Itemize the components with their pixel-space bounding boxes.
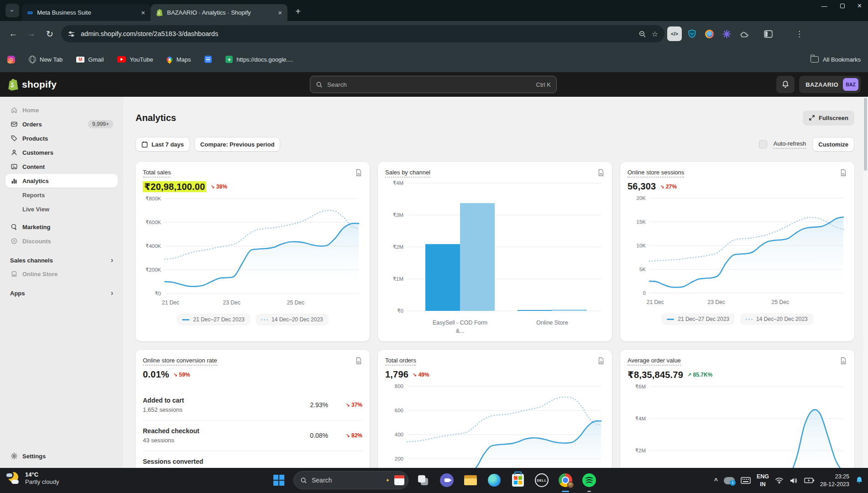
file-explorer-button[interactable] <box>461 471 480 489</box>
notifications-button[interactable] <box>776 76 795 93</box>
store-switcher[interactable]: BAZAARIO BAZ <box>799 76 861 93</box>
legend-item[interactable]: 14 Dec–20 Dec 2023 <box>740 313 813 325</box>
sidebar-item-marketing[interactable]: Marketing <box>5 220 118 234</box>
legend-item[interactable]: 14 Dec–20 Dec 2023 <box>256 314 329 325</box>
touch-keyboard-icon[interactable] <box>741 477 751 484</box>
start-button[interactable] <box>270 471 288 489</box>
card-title[interactable]: Total sales <box>143 169 171 178</box>
admin-search-bar[interactable]: Search Ctrl K <box>310 76 557 93</box>
report-icon[interactable] <box>355 357 362 365</box>
sidebar-item-content[interactable]: Content <box>5 160 118 173</box>
chat-button[interactable] <box>438 471 456 489</box>
task-view-button[interactable] <box>414 471 432 489</box>
browser-menu-icon[interactable]: ⋮ <box>794 29 805 39</box>
tab-search-button[interactable]: › <box>5 4 19 17</box>
volume-icon[interactable] <box>790 477 798 484</box>
sidebar-item-home[interactable]: Home <box>5 103 118 117</box>
bookmark-maps[interactable]: Maps <box>167 56 191 63</box>
spotify-button[interactable] <box>580 471 598 489</box>
close-tab-icon[interactable]: × <box>140 9 146 16</box>
tray-overflow-chevron[interactable]: ^ <box>714 477 718 484</box>
tab-shopify-analytics[interactable]: BAZAARIO · Analytics · Shopify × <box>151 4 288 21</box>
notification-bell-icon[interactable] <box>855 476 863 485</box>
card-title[interactable]: Total orders <box>385 357 416 366</box>
report-icon[interactable] <box>840 169 847 177</box>
minimize-window-button[interactable]: — <box>821 3 827 10</box>
report-icon[interactable] <box>355 169 362 177</box>
taskbar-weather-widget[interactable]: 14°C Partly cloudy <box>5 471 59 486</box>
battery-charging-icon[interactable] <box>804 477 814 483</box>
date-range-button[interactable]: Last 7 days <box>136 137 190 152</box>
report-icon[interactable] <box>597 357 605 365</box>
card-title[interactable]: Online store conversion rate <box>143 357 217 366</box>
svg-text:20K: 20K <box>637 195 646 201</box>
customize-button[interactable]: Customize <box>812 137 854 152</box>
sidebar-item-orders[interactable]: Orders 9,999+ <box>5 117 118 131</box>
sidebar-item-online-store[interactable]: Online Store <box>5 267 118 281</box>
profile-avatar[interactable] <box>778 26 793 41</box>
report-icon[interactable] <box>840 357 847 365</box>
close-window-button[interactable]: × <box>858 2 862 10</box>
auto-refresh-checkbox[interactable] <box>759 140 767 148</box>
partly-cloudy-night-icon <box>5 471 21 486</box>
shopify-logo[interactable]: shopify <box>7 78 57 91</box>
scrollbar-thumb[interactable] <box>864 98 867 171</box>
sidebar-item-settings[interactable]: Settings <box>5 449 118 463</box>
sidebar-item-customers[interactable]: Customers <box>5 146 118 159</box>
microsoft-store-button[interactable] <box>509 471 527 489</box>
sidebar-section-apps[interactable]: Apps › <box>5 286 118 300</box>
fullscreen-button[interactable]: Fullscreen <box>803 110 854 125</box>
wifi-icon[interactable] <box>775 477 784 484</box>
card-title[interactable]: Average order value <box>627 357 681 366</box>
sidebar-item-analytics[interactable]: Analytics <box>5 174 118 188</box>
reload-button[interactable]: ↻ <box>41 25 58 42</box>
new-tab-button[interactable]: + <box>291 5 305 18</box>
site-settings-icon[interactable] <box>68 30 75 38</box>
chevron-right-icon: › <box>111 289 113 297</box>
zoom-icon[interactable] <box>638 30 646 38</box>
bookmark-google-docs[interactable]: https://docs.google.... <box>225 56 293 63</box>
address-bar[interactable]: admin.shopify.com/store/2a5183-3/dashboa… <box>61 25 664 42</box>
bookmark-doc[interactable] <box>204 56 212 63</box>
festival-calendar-icon <box>394 475 404 485</box>
extensions-puzzle-icon[interactable] <box>737 26 751 41</box>
extension-circle-icon[interactable] <box>702 26 716 41</box>
sidebar-item-reports[interactable]: Reports <box>5 188 118 202</box>
bookmark-instagram[interactable] <box>7 56 15 63</box>
back-button[interactable]: ← <box>5 25 22 42</box>
chrome-button[interactable] <box>556 471 575 489</box>
card-title[interactable]: Online store sessions <box>627 169 684 178</box>
chevron-right-icon: › <box>111 256 113 264</box>
dell-app-button[interactable]: DELL <box>533 471 551 489</box>
close-tab-icon[interactable]: × <box>277 9 283 16</box>
extension-shield-icon[interactable] <box>685 26 699 41</box>
bookmark-star-icon[interactable]: ☆ <box>652 30 658 38</box>
tab-meta-business-suite[interactable]: ∞ Meta Business Suite × <box>22 4 151 21</box>
sidebar-item-discounts[interactable]: Discounts <box>5 234 118 248</box>
maximize-window-button[interactable] <box>840 4 845 8</box>
report-icon[interactable] <box>597 169 605 177</box>
card-title[interactable]: Sales by channel <box>385 169 430 178</box>
extension-starburst-icon[interactable] <box>719 26 734 41</box>
bookmark-youtube[interactable]: YouTube <box>117 56 153 63</box>
forward-button[interactable]: → <box>23 25 40 42</box>
taskbar-search[interactable]: Search ✦ <box>293 471 408 489</box>
side-panel-icon[interactable] <box>761 26 775 41</box>
bookmark-gmail[interactable]: MGmail <box>76 56 104 63</box>
clock[interactable]: 23:25 28-12-2023 <box>820 473 849 488</box>
onedrive-tray-icon[interactable]: i <box>724 477 735 484</box>
compare-button[interactable]: Compare: Previous period <box>194 137 281 152</box>
all-bookmarks-button[interactable]: All Bookmarks <box>806 54 861 64</box>
legend-item[interactable]: 21 Dec–27 Dec 2023 <box>177 314 250 325</box>
url-text[interactable]: admin.shopify.com/store/2a5183-3/dashboa… <box>81 30 633 37</box>
svg-text:25 Dec: 25 Dec <box>772 299 789 305</box>
legend-item[interactable]: 21 Dec–27 Dec 2023 <box>661 313 735 325</box>
sidebar-item-live-view[interactable]: Live View <box>5 202 118 216</box>
language-indicator[interactable]: ENG IN <box>757 473 769 488</box>
sidebar-section-sales-channels[interactable]: Sales channels › <box>5 253 118 267</box>
edge-button[interactable] <box>485 471 503 489</box>
bookmark-new-tab[interactable]: New Tab <box>29 56 63 63</box>
page-scrollbar[interactable] <box>863 97 868 468</box>
extension-code-icon[interactable]: </> <box>667 26 682 41</box>
sidebar-item-products[interactable]: Products <box>5 131 118 145</box>
